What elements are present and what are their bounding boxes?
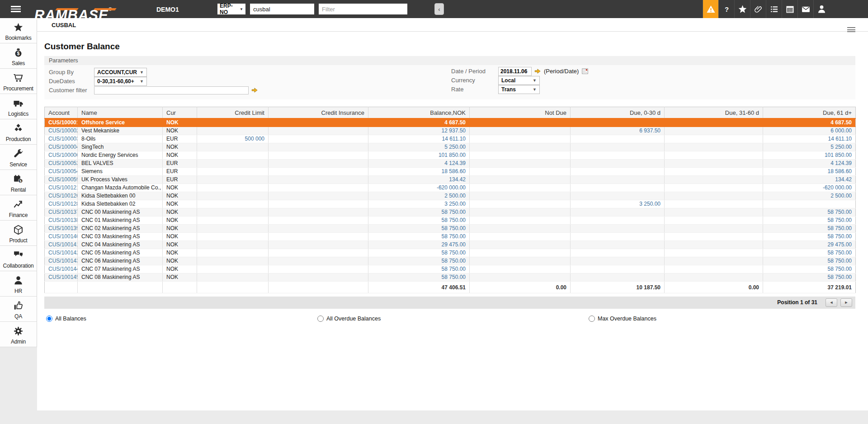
favorites-icon-button[interactable] bbox=[734, 0, 750, 18]
table-row[interactable]: CUS/100144CNC 07 Maskinering ASNOK58 750… bbox=[45, 265, 856, 273]
account-link[interactable]: CUS/100142 bbox=[48, 250, 78, 256]
account-link[interactable]: CUS/100128 bbox=[48, 201, 78, 207]
calendar-picker-icon[interactable] bbox=[581, 68, 589, 75]
apply-date-arrow-icon[interactable] bbox=[534, 68, 541, 75]
account-link[interactable]: CUS/100052 bbox=[48, 160, 78, 166]
alarm-icon-button[interactable] bbox=[703, 0, 718, 18]
collapse-search-button[interactable]: ‹ bbox=[434, 3, 444, 15]
rate-select[interactable]: Trans▼ bbox=[498, 85, 540, 94]
sidebar-item-rental[interactable]: $Rental bbox=[0, 170, 37, 195]
column-header-credit_limit[interactable]: Credit Limit bbox=[197, 107, 269, 119]
table-row[interactable]: CUS/100126Kidsa Slettebakken 00NOK2 500.… bbox=[45, 192, 856, 200]
column-header-not_due[interactable]: Not Due bbox=[470, 107, 571, 119]
sidebar-item-bookmarks[interactable]: Bookmarks bbox=[0, 18, 37, 43]
account-link[interactable]: CUS/100140 bbox=[48, 233, 78, 240]
table-row[interactable]: CUS/100140CNC 03 Maskinering ASNOK58 750… bbox=[45, 232, 856, 240]
view-option-max-overdue-balances[interactable]: Max Overdue Balances bbox=[589, 316, 656, 322]
account-link[interactable]: CUS/100143 bbox=[48, 258, 78, 264]
erp-database-select[interactable]: ERP-NO▼ bbox=[217, 4, 245, 14]
pager-prev-button[interactable]: ◄ bbox=[826, 298, 837, 307]
radio-button[interactable] bbox=[46, 316, 52, 322]
help-icon: ? bbox=[722, 5, 731, 14]
account-link[interactable]: CUS/100144 bbox=[48, 266, 78, 272]
account-link[interactable]: CUS/100004 bbox=[48, 144, 78, 150]
program-search-input[interactable] bbox=[250, 4, 314, 14]
total-balance: 47 406.51 bbox=[368, 281, 470, 293]
radio-button[interactable] bbox=[317, 316, 324, 322]
main-menu-icon[interactable] bbox=[11, 6, 21, 13]
group-by-select[interactable]: ACCOUNT,CUR▼ bbox=[94, 68, 147, 77]
messages-icon-button[interactable] bbox=[797, 0, 813, 18]
account-link[interactable]: CUS/100054 bbox=[48, 168, 78, 174]
sidebar-item-sales[interactable]: $Sales bbox=[0, 43, 37, 69]
date-period-input[interactable] bbox=[498, 67, 532, 76]
table-row[interactable]: CUS/100006Nordic Energy ServicesNOK101 8… bbox=[45, 151, 856, 159]
table-row[interactable]: CUS/100121Changan Mazda Automobile Co., … bbox=[45, 184, 856, 192]
attachments-icon-button[interactable] bbox=[750, 0, 766, 18]
table-row[interactable]: CUS/1000038-OilsEUR500 00014 611.1014 61… bbox=[45, 135, 856, 143]
cell-name: CNC 08 Maskinering AS bbox=[78, 273, 163, 281]
sidebar-item-service[interactable]: Service bbox=[0, 145, 37, 170]
account-link[interactable]: CUS/100139 bbox=[48, 225, 78, 231]
table-row[interactable]: CUS/100145CNC 08 Maskinering ASNOK58 750… bbox=[45, 273, 856, 281]
account-link[interactable]: CUS/100138 bbox=[48, 217, 78, 223]
sidebar-item-admin[interactable]: Admin bbox=[0, 322, 37, 347]
account-link[interactable]: CUS/100126 bbox=[48, 193, 78, 199]
account-link[interactable]: CUS/100001 bbox=[48, 119, 78, 126]
column-header-balance[interactable]: Balance,NOK bbox=[368, 107, 470, 119]
radio-button[interactable] bbox=[589, 316, 595, 322]
apply-filter-arrow-icon[interactable] bbox=[251, 87, 258, 94]
column-header-cur[interactable]: Cur bbox=[163, 107, 197, 119]
sidebar-item-hr[interactable]: HR bbox=[0, 271, 37, 297]
sidebar-item-procurement[interactable]: Procurement bbox=[0, 69, 37, 94]
table-row[interactable]: CUS/100142CNC 05 Maskinering ASNOK58 750… bbox=[45, 249, 856, 257]
filter-input[interactable] bbox=[319, 4, 407, 14]
table-row[interactable]: CUS/100141CNC 04 Maskinering ASNOK29 475… bbox=[45, 240, 856, 249]
due-dates-select[interactable]: 0-30,31-60,60+▼ bbox=[94, 77, 147, 86]
sidebar-item-logistics[interactable]: Logistics bbox=[0, 94, 37, 119]
column-header-due_61[interactable]: Due, 61 d+ bbox=[763, 107, 856, 119]
view-option-all-balances[interactable]: All Balances bbox=[46, 316, 86, 322]
table-row[interactable]: CUS/100138CNC 01 Maskinering ASNOK58 750… bbox=[45, 216, 856, 224]
user-icon-button[interactable] bbox=[813, 0, 829, 18]
cell-due_61: 29 475.00 bbox=[763, 240, 856, 249]
cell-not_due bbox=[470, 127, 571, 135]
account-link[interactable]: CUS/100003 bbox=[48, 136, 78, 142]
pager-next-button[interactable]: ► bbox=[840, 298, 852, 307]
sidebar-item-product[interactable]: Product bbox=[0, 221, 37, 246]
view-option-all-overdue-balances[interactable]: All Overdue Balances bbox=[317, 316, 381, 322]
account-link[interactable]: CUS/100141 bbox=[48, 241, 78, 248]
table-row[interactable]: CUS/100143CNC 06 Maskinering ASNOK58 750… bbox=[45, 257, 856, 265]
table-row[interactable]: CUS/100002Vest MekaniskeNOK12 937.506 93… bbox=[45, 127, 856, 135]
sidebar-item-qa[interactable]: QA bbox=[0, 297, 37, 322]
table-row[interactable]: CUS/100054SiemensEUR18 586.6018 586.60 bbox=[45, 167, 856, 175]
help-icon-button[interactable]: ? bbox=[718, 0, 734, 18]
account-link[interactable]: CUS/100059 bbox=[48, 176, 78, 183]
table-row[interactable]: CUS/100001Offshore ServiceNOK4 687.504 6… bbox=[45, 118, 856, 127]
account-link[interactable]: CUS/100006 bbox=[48, 152, 78, 158]
sidebar-item-production[interactable]: Production bbox=[0, 119, 37, 145]
column-header-credit_insurance[interactable]: Credit Insurance bbox=[269, 107, 368, 119]
table-row[interactable]: CUS/100139CNC 02 Maskinering ASNOK58 750… bbox=[45, 224, 856, 232]
tasks-icon-button[interactable] bbox=[766, 0, 782, 18]
table-row[interactable]: CUS/100052BEL VALVESEUR4 124.394 124.39 bbox=[45, 159, 856, 167]
account-link[interactable]: CUS/100137 bbox=[48, 209, 78, 215]
account-link[interactable]: CUS/100121 bbox=[48, 184, 78, 191]
account-link[interactable]: CUS/100145 bbox=[48, 274, 78, 280]
table-row[interactable]: CUS/100059UK Process ValvesEUR134.42134.… bbox=[45, 175, 856, 184]
table-row[interactable]: CUS/100137CNC 00 Maskinering ASNOK58 750… bbox=[45, 208, 856, 216]
context-menu-icon[interactable] bbox=[847, 27, 855, 33]
account-link[interactable]: CUS/100002 bbox=[48, 127, 78, 134]
view-option-label: Max Overdue Balances bbox=[598, 316, 656, 322]
column-header-due_0_30[interactable]: Due, 0-30 d bbox=[571, 107, 665, 119]
sidebar-item-finance[interactable]: Finance bbox=[0, 195, 37, 221]
calendar-icon-button[interactable] bbox=[782, 0, 797, 18]
column-header-name[interactable]: Name bbox=[78, 107, 163, 119]
table-row[interactable]: CUS/100128Kidsa Slettebakken 02NOK3 250.… bbox=[45, 200, 856, 208]
currency-select[interactable]: Local▼ bbox=[498, 76, 540, 85]
column-header-account[interactable]: Account bbox=[45, 107, 78, 119]
sidebar-item-collaboration[interactable]: Collaboration bbox=[0, 246, 37, 271]
customer-filter-input[interactable] bbox=[94, 86, 249, 94]
column-header-due_31_60[interactable]: Due, 31-60 d bbox=[665, 107, 763, 119]
table-row[interactable]: CUS/100004SingTechNOK5 250.005 250.00 bbox=[45, 143, 856, 151]
